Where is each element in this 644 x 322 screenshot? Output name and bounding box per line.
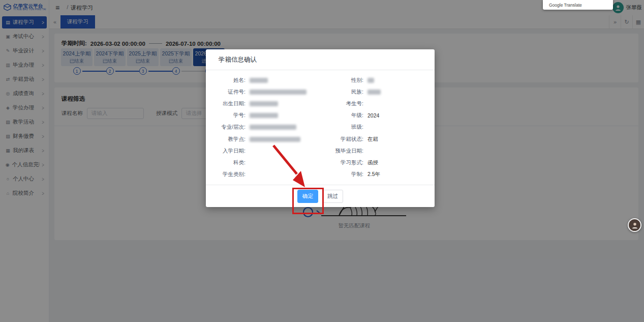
redacted-value <box>367 78 374 83</box>
modal-field-学制: 学制:2.5年 <box>328 171 380 178</box>
modal-field-label: 预毕业日期: <box>328 148 363 155</box>
modal-row: 教学点:学籍状态:在籍 <box>206 133 435 145</box>
modal-row: 入学日期:预毕业日期: <box>206 145 435 157</box>
modal-row: 学生类别:学制:2.5年 <box>206 169 435 181</box>
modal-field-学籍状态: 学籍状态:在籍 <box>328 136 378 143</box>
modal-field-label: 学籍状态: <box>328 136 363 143</box>
redacted-value <box>250 90 306 95</box>
modal-field-label: 学制: <box>328 171 363 178</box>
modal-field-学号: 学号: <box>211 112 328 119</box>
google-translate-popup[interactable]: Google Translate <box>543 0 613 10</box>
redacted-value <box>250 78 268 83</box>
modal-field-value: 函授 <box>367 159 378 166</box>
modal-field-label: 专业/层次: <box>211 124 246 131</box>
modal-title: 学籍信息确认 <box>206 49 435 64</box>
modal-row: 出生日期:考生号: <box>206 98 435 109</box>
modal-field-label: 年级: <box>328 112 363 119</box>
modal-field-label: 性别: <box>328 77 363 84</box>
annotation-arrow <box>264 141 315 192</box>
modal-field-label: 学生类别: <box>211 171 246 178</box>
modal-field-label: 学号: <box>211 112 246 119</box>
modal-field-label: 入学日期: <box>211 148 246 155</box>
modal-field-民族: 民族: <box>328 89 381 96</box>
modal-field-班级: 班级: <box>328 124 367 131</box>
modal-row: 学号:年级:2024 <box>206 110 435 122</box>
modal-field-预毕业日期: 预毕业日期: <box>328 148 367 155</box>
redacted-value <box>250 101 278 106</box>
modal-field-label: 民族: <box>328 89 363 96</box>
student-info-modal: 学籍信息确认 姓名:性别:证件号:民族:出生日期:考生号:学号:年级:2024专… <box>206 49 435 207</box>
modal-field-label: 姓名: <box>211 77 246 84</box>
modal-field-年级: 年级:2024 <box>328 112 379 119</box>
modal-field-label: 科类: <box>211 159 246 166</box>
redacted-value <box>250 125 296 130</box>
modal-field-label: 出生日期: <box>211 100 246 107</box>
modal-field-姓名: 姓名: <box>211 77 328 84</box>
modal-field-label: 学习形式: <box>328 159 363 166</box>
modal-field-value: 2.5年 <box>367 171 380 178</box>
redacted-value <box>367 90 381 95</box>
modal-field-label: 考生号: <box>328 100 363 107</box>
modal-field-value: 2024 <box>367 112 379 119</box>
floating-assistant-widget[interactable] <box>628 218 641 232</box>
modal-field-证件号: 证件号: <box>211 89 328 96</box>
modal-field-label: 班级: <box>328 124 363 131</box>
modal-field-出生日期: 出生日期: <box>211 100 328 107</box>
google-translate-label: Google Translate <box>549 3 582 8</box>
modal-field-考生号: 考生号: <box>328 100 367 107</box>
skip-button[interactable]: 跳过 <box>322 190 343 203</box>
modal-field-专业/层次: 专业/层次: <box>211 124 328 131</box>
modal-field-性别: 性别: <box>328 77 374 84</box>
modal-field-label: 教学点: <box>211 136 246 143</box>
modal-row: 科类:学习形式:函授 <box>206 157 435 168</box>
modal-field-label: 证件号: <box>211 89 246 96</box>
modal-row: 姓名:性别: <box>206 74 435 86</box>
modal-field-value: 在籍 <box>367 136 378 143</box>
modal-field-学习形式: 学习形式:函授 <box>328 159 378 166</box>
modal-row: 专业/层次:班级: <box>206 122 435 133</box>
modal-field-rows: 姓名:性别:证件号:民族:出生日期:考生号:学号:年级:2024专业/层次:班级… <box>206 70 435 181</box>
assistant-person-icon <box>631 221 639 229</box>
redacted-value <box>250 113 278 118</box>
modal-row: 证件号:民族: <box>206 86 435 98</box>
